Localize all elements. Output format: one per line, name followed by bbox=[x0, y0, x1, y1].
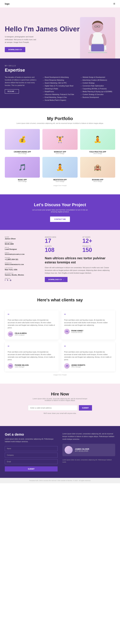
testimonial-avatar: CA bbox=[8, 331, 13, 337]
testimonial-text: Proin sed libero enim sed faucibus turpi… bbox=[8, 319, 56, 329]
testimonials-grid: " Proin sed libero enim sed faucibus tur… bbox=[5, 310, 115, 372]
testimonial-card: " Proin sed libero enim sed faucibus tur… bbox=[5, 342, 59, 372]
portfolio-item-title: MUSIC APP bbox=[5, 179, 40, 181]
hire-section: Hire Now Lorem ipsum dolor sit amet, ris… bbox=[0, 384, 120, 426]
hamburger-menu-icon[interactable]: ≡ bbox=[113, 2, 115, 6]
portfolio-item-title: MEDITATION APP bbox=[42, 179, 77, 181]
portfolio-item[interactable]: 🧘YOGA PRACTICE APPUI/UX Design bbox=[80, 129, 115, 154]
demo-title: Get a demo bbox=[5, 432, 57, 436]
skill-item: Advertising Creative (All Mediums) bbox=[81, 79, 115, 82]
testimonial-text: Proin sed libero enim sed faucibus turpi… bbox=[8, 351, 56, 361]
hire-submit-button[interactable]: SUBMIT bbox=[79, 405, 92, 410]
info-social: SOCIAL f 𝕏 ◎ bbox=[5, 278, 40, 281]
twitter-icon[interactable]: 𝕏 bbox=[7, 279, 8, 281]
resume-button[interactable]: RESUME ↓ bbox=[5, 89, 19, 94]
facebook-icon[interactable]: f bbox=[5, 279, 6, 281]
instagram-icon[interactable]: ◎ bbox=[10, 279, 11, 281]
stat-projects: PROJECTS 150 bbox=[82, 246, 115, 253]
demo-form: SUBMIT bbox=[5, 446, 57, 472]
hero-title: Hello I'm James Oliver bbox=[5, 25, 80, 33]
discuss-title: Let's Discuss Your Project bbox=[5, 202, 115, 207]
footer-text: Template built. Click to access the real… bbox=[5, 480, 115, 481]
skill-item: Direct Response Marketing bbox=[43, 79, 77, 82]
skill-item: Copywriting (All Web, & Products) bbox=[81, 88, 115, 90]
hero-section: Hello I'm James Oliver Ui-designer, phot… bbox=[0, 8, 120, 58]
skill-item: Media Planning & Buying (up to $100MM) bbox=[81, 90, 115, 93]
portfolio-item-subtitle: UI/UX Design bbox=[80, 153, 115, 154]
testimonial-role: Financial Director bbox=[71, 332, 83, 333]
skills-section: MY SKILLS Expertise Two decades of hands… bbox=[0, 58, 120, 108]
discuss-section: Let's Discuss Your Project Let us know y… bbox=[0, 194, 120, 230]
testimonial-avatar: FK bbox=[64, 329, 70, 334]
navigation: logo ≡ bbox=[0, 0, 120, 8]
testimonial-text: Proin sed libero enim sed faucibus turpi… bbox=[64, 351, 112, 361]
logo: logo bbox=[5, 2, 10, 5]
testimonial-card: " Proin sed libero enim sed faucibus tur… bbox=[5, 310, 59, 340]
portfolio-description: Lorem ipsum dolor sit amet, consectetur … bbox=[5, 122, 115, 124]
portfolio-item-subtitle: UI/UX Design bbox=[42, 153, 77, 154]
skill-item: Content Strategy & Execution bbox=[81, 93, 115, 96]
testimonial-author: PN PHOEBE NELSON Sales Manager bbox=[8, 363, 56, 369]
demo-company-input[interactable] bbox=[5, 453, 57, 458]
email-input[interactable] bbox=[28, 405, 77, 410]
testimonial-name: CELIA ALMEDA bbox=[15, 332, 27, 334]
stat-xp: XP YEARS 12+ bbox=[82, 236, 115, 244]
skill-item: Website Design & Development bbox=[81, 76, 115, 79]
portfolio-item[interactable]: 🎵MUSIC APPUI/UX Design bbox=[5, 157, 40, 182]
discuss-description: Let us know your project idea and Get fr… bbox=[30, 209, 90, 213]
testimonial-avatar: PN bbox=[8, 363, 13, 369]
demo-profile-role: APP DEVELOPER bbox=[75, 450, 89, 452]
info-location: LOCATION New York, USA bbox=[5, 267, 40, 270]
testimonial-card: " Proin sed libero enim sed faucibus tur… bbox=[61, 310, 115, 340]
info-role: ROLE Lead Designer bbox=[5, 247, 40, 250]
testimonials-subtitle bbox=[5, 304, 115, 306]
skill-item: Business Development bbox=[81, 96, 115, 99]
svg-rect-5 bbox=[91, 44, 104, 51]
demo-avatar bbox=[65, 446, 73, 454]
testimonial-text: Proin sed libero enim sed faucibus turpi… bbox=[64, 319, 112, 326]
portfolio-item[interactable]: 💰CROWDFUNDING APPUI/UX Design bbox=[5, 129, 40, 154]
portfolio-item[interactable]: 🏋️WORKOUT APPUI/UX Design bbox=[42, 129, 77, 154]
download-cv-button[interactable]: DOWNLOAD CV bbox=[5, 47, 25, 52]
skill-item: Content Strategy bbox=[81, 82, 115, 84]
stats-info: NAME James Oliver BIRTHDAY 08.09.1989 RO… bbox=[5, 236, 40, 283]
demo-description: Lorem ipsum dolor sit amet, consectetur … bbox=[5, 438, 57, 443]
testimonials-credit: Images from Freepik bbox=[5, 374, 115, 376]
info-phone: PHONE +1 (987) 654 321 bbox=[5, 257, 40, 260]
skills-col-2: Website Design & DevelopmentAdvertising … bbox=[81, 76, 115, 102]
portfolio-item-subtitle: UI/UX Design bbox=[5, 181, 40, 182]
info-birthday: BIRTHDAY 08.09.1989 bbox=[5, 242, 40, 245]
portfolio-item-subtitle: UI/UX Design bbox=[80, 181, 115, 182]
demo-email-input[interactable] bbox=[5, 459, 57, 464]
testimonial-name: FRANK KINNEY bbox=[71, 330, 83, 332]
portfolio-item-title: WORKOUT APP bbox=[42, 151, 77, 153]
testimonials-section: Here's what clients say " Proin sed libe… bbox=[0, 290, 120, 384]
quote-icon: " bbox=[8, 313, 56, 318]
skill-item: Streaming & Radio bbox=[43, 88, 77, 90]
portfolio-item[interactable]: 🧘MEDITATION APPUI/UX Design bbox=[42, 157, 77, 182]
demo-profile-name: JAMES OLIVER bbox=[75, 448, 89, 450]
stat-awards: AWARDS WON 17 bbox=[45, 236, 78, 244]
portfolio-item[interactable]: 🏨BOOKING APPUI/UX Design bbox=[80, 157, 115, 182]
testimonial-card: " Proin sed libero enim sed faucibus tur… bbox=[61, 342, 115, 372]
demo-name-input[interactable] bbox=[5, 446, 57, 451]
contact-me-button[interactable]: CONTACT ME bbox=[50, 216, 70, 222]
demo-section: Get a demo Lorem ipsum dolor sit amet, c… bbox=[0, 426, 120, 478]
hero-text: Hello I'm James Oliver Ui-designer, phot… bbox=[5, 25, 80, 58]
skills-description-text: Two decades of hands-on experience and h… bbox=[5, 76, 39, 87]
testimonial-name: JENNIE ROBERTS bbox=[71, 364, 85, 366]
portfolio-section: My Portfolio Lorem ipsum dolor sit amet,… bbox=[0, 108, 120, 194]
portfolio-item-title: YOGA PRACTICE APP bbox=[80, 151, 115, 153]
quote-icon: " bbox=[64, 313, 112, 318]
quote-icon: " bbox=[64, 345, 112, 350]
info-interests: INTERESTS Games, Books, Movies bbox=[5, 272, 40, 276]
portfolio-item-subtitle: UI/UX Design bbox=[42, 181, 77, 182]
download-cv-button-2[interactable]: DOWNLOAD CV ↓ bbox=[45, 277, 68, 282]
skill-item: Conversion Rate Optimization bbox=[81, 84, 115, 88]
testimonial-role: Office Manager bbox=[71, 366, 85, 368]
testimonial-role: CEO Company bbox=[15, 334, 27, 336]
hire-description: Lorem ipsum dolor sit amet, risuscular a… bbox=[30, 398, 90, 401]
skills-title: Expertise bbox=[5, 68, 115, 73]
skill-item: Retail/Promo bbox=[43, 90, 77, 93]
demo-submit-button[interactable]: SUBMIT bbox=[5, 466, 57, 472]
